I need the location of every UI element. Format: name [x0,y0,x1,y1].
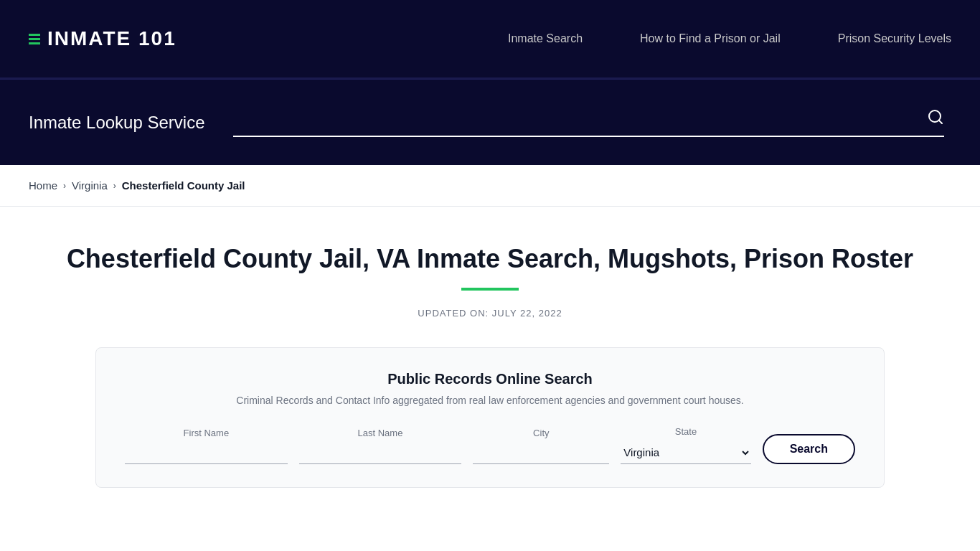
breadcrumb: Home › Virginia › Chesterfield County Ja… [29,179,951,192]
state-select[interactable]: Virginia Alabama Alaska Arizona Arkansas… [621,441,750,464]
city-group: City [473,428,609,464]
title-underline [461,288,519,291]
nav-security-levels[interactable]: Prison Security Levels [838,32,951,45]
last-name-input[interactable] [299,443,462,464]
last-name-group: Last Name [299,428,462,464]
state-group: State Virginia Alabama Alaska Arizona Ar… [621,426,750,464]
search-icon [927,108,944,126]
city-input[interactable] [473,443,609,464]
public-records-box: Public Records Online Search Criminal Re… [95,347,885,488]
breadcrumb-current: Chesterfield County Jail [122,179,245,192]
state-label: State [621,426,750,437]
breadcrumb-section: Home › Virginia › Chesterfield County Ja… [0,165,980,207]
top-navigation: INMATE 101 Inmate Search How to Find a P… [0,0,980,79]
logo-bars-icon [29,34,40,44]
public-records-title: Public Records Online Search [125,371,855,387]
logo-text: INMATE 101 [47,27,176,50]
main-content: Chesterfield County Jail, VA Inmate Sear… [0,207,980,517]
first-name-group: First Name [125,428,288,464]
public-records-description: Criminal Records and Contact Info aggreg… [125,395,855,406]
breadcrumb-sep-2: › [113,181,116,191]
nav-find-prison[interactable]: How to Find a Prison or Jail [640,32,781,45]
breadcrumb-home[interactable]: Home [29,179,57,192]
first-name-label: First Name [125,428,288,438]
last-name-label: Last Name [299,428,462,438]
search-input[interactable] [233,111,927,126]
search-form: First Name Last Name City State Virginia… [125,426,855,464]
nav-inmate-search[interactable]: Inmate Search [508,32,583,45]
search-section: Inmate Lookup Service [0,79,980,165]
search-input-wrapper [233,108,944,137]
svg-line-1 [939,120,942,123]
nav-links: Inmate Search How to Find a Prison or Ja… [508,32,951,45]
city-label: City [473,428,609,438]
updated-date: UPDATED ON: JULY 22, 2022 [29,308,951,319]
search-icon-button[interactable] [927,108,944,130]
search-section-title: Inmate Lookup Service [29,113,204,133]
search-button[interactable]: Search [763,434,855,464]
logo[interactable]: INMATE 101 [29,27,176,50]
breadcrumb-state[interactable]: Virginia [72,179,108,192]
page-title: Chesterfield County Jail, VA Inmate Sear… [29,242,951,276]
first-name-input[interactable] [125,443,288,464]
breadcrumb-sep-1: › [63,181,66,191]
